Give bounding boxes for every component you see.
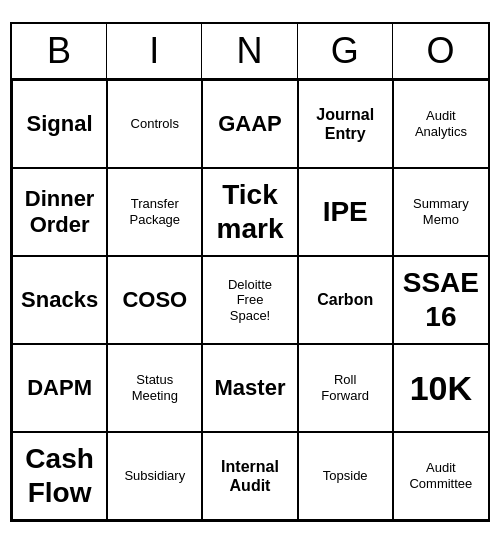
bingo-cell-17[interactable]: Master xyxy=(202,344,297,432)
cell-text-22: Internal Audit xyxy=(221,457,279,495)
header-letter-n: N xyxy=(202,24,297,78)
cell-text-17: Master xyxy=(215,375,286,401)
header-letter-i: I xyxy=(107,24,202,78)
bingo-card: BINGO SignalControlsGAAPJournal EntryAud… xyxy=(10,22,490,522)
cell-text-24: Audit Committee xyxy=(409,460,472,491)
cell-text-5: Dinner Order xyxy=(25,186,95,239)
bingo-cell-23[interactable]: Topside xyxy=(298,432,393,520)
cell-text-10: Snacks xyxy=(21,287,98,313)
bingo-grid: SignalControlsGAAPJournal EntryAudit Ana… xyxy=(12,80,488,520)
cell-text-1: Controls xyxy=(131,116,179,132)
header-letter-o: O xyxy=(393,24,488,78)
bingo-cell-21[interactable]: Subsidiary xyxy=(107,432,202,520)
cell-text-21: Subsidiary xyxy=(124,468,185,484)
bingo-cell-5[interactable]: Dinner Order xyxy=(12,168,107,256)
cell-text-7: Tick mark xyxy=(217,178,284,245)
bingo-cell-7[interactable]: Tick mark xyxy=(202,168,297,256)
cell-text-2: GAAP xyxy=(218,111,282,137)
bingo-cell-16[interactable]: Status Meeting xyxy=(107,344,202,432)
bingo-cell-19[interactable]: 10K xyxy=(393,344,488,432)
bingo-cell-6[interactable]: Transfer Package xyxy=(107,168,202,256)
cell-text-13: Carbon xyxy=(317,290,373,309)
bingo-cell-14[interactable]: SSAE 16 xyxy=(393,256,488,344)
cell-text-0: Signal xyxy=(27,111,93,137)
cell-text-20: Cash Flow xyxy=(25,442,93,509)
cell-text-15: DAPM xyxy=(27,375,92,401)
header-letter-b: B xyxy=(12,24,107,78)
bingo-cell-20[interactable]: Cash Flow xyxy=(12,432,107,520)
bingo-cell-3[interactable]: Journal Entry xyxy=(298,80,393,168)
cell-text-11: COSO xyxy=(122,287,187,313)
cell-text-16: Status Meeting xyxy=(132,372,178,403)
bingo-cell-18[interactable]: Roll Forward xyxy=(298,344,393,432)
cell-text-19: 10K xyxy=(410,368,472,409)
bingo-header: BINGO xyxy=(12,24,488,80)
bingo-cell-9[interactable]: Summary Memo xyxy=(393,168,488,256)
bingo-cell-10[interactable]: Snacks xyxy=(12,256,107,344)
bingo-cell-13[interactable]: Carbon xyxy=(298,256,393,344)
cell-text-6: Transfer Package xyxy=(129,196,180,227)
cell-text-3: Journal Entry xyxy=(316,105,374,143)
cell-text-8: IPE xyxy=(323,195,368,229)
bingo-cell-0[interactable]: Signal xyxy=(12,80,107,168)
cell-text-14: SSAE 16 xyxy=(403,266,479,333)
bingo-cell-8[interactable]: IPE xyxy=(298,168,393,256)
bingo-cell-11[interactable]: COSO xyxy=(107,256,202,344)
cell-text-9: Summary Memo xyxy=(413,196,469,227)
cell-text-23: Topside xyxy=(323,468,368,484)
bingo-cell-12[interactable]: Deloitte Free Space! xyxy=(202,256,297,344)
cell-text-18: Roll Forward xyxy=(321,372,369,403)
header-letter-g: G xyxy=(298,24,393,78)
bingo-cell-24[interactable]: Audit Committee xyxy=(393,432,488,520)
bingo-cell-4[interactable]: Audit Analytics xyxy=(393,80,488,168)
cell-text-12: Deloitte Free Space! xyxy=(228,277,272,324)
bingo-cell-1[interactable]: Controls xyxy=(107,80,202,168)
cell-text-4: Audit Analytics xyxy=(415,108,467,139)
bingo-cell-22[interactable]: Internal Audit xyxy=(202,432,297,520)
bingo-cell-15[interactable]: DAPM xyxy=(12,344,107,432)
bingo-cell-2[interactable]: GAAP xyxy=(202,80,297,168)
